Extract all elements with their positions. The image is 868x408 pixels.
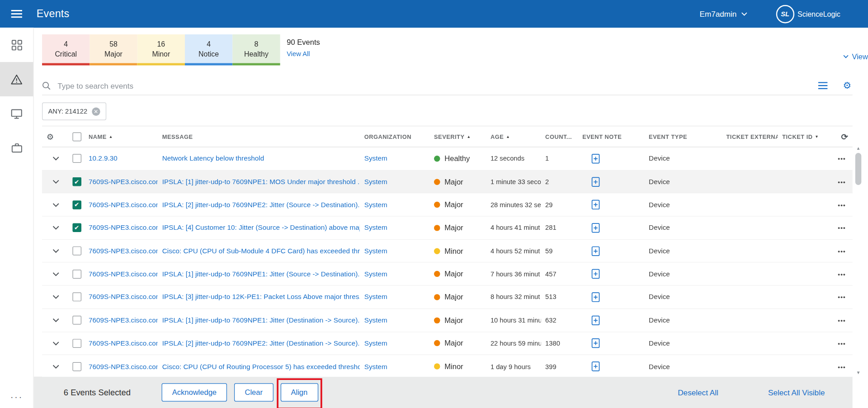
event-note-add-button[interactable] (578, 315, 644, 325)
search-input[interactable] (57, 81, 812, 90)
column-header-event-note[interactable]: EVENT NOTE (578, 133, 644, 140)
column-header-name[interactable]: NAME▲ (84, 133, 158, 140)
organization-link[interactable]: System (360, 201, 429, 209)
sidebar-item-events[interactable] (0, 62, 33, 96)
row-checkbox[interactable] (72, 293, 81, 302)
clear-button[interactable]: Clear (234, 383, 273, 401)
event-message-link[interactable]: IPSLA: [2] jitter-udp-to 7609NPE2: Jitte… (158, 201, 360, 209)
event-name-link[interactable]: 7609S-NPE3.cisco.com (84, 293, 158, 301)
scrollbar-thumb[interactable] (855, 153, 861, 185)
view-all-link[interactable]: View All (287, 50, 320, 57)
event-message-link[interactable]: IPSLA: [2] jitter-udp-to 7609NPE2: Jitte… (158, 339, 360, 347)
row-checkbox[interactable] (72, 316, 81, 325)
event-name-link[interactable]: 7609S-NPE3.cisco.com (84, 224, 158, 232)
organization-link[interactable]: System (360, 155, 429, 162)
row-expand-chevron-icon[interactable] (42, 249, 69, 253)
event-message-link[interactable]: Cisco: CPU (CPU of Sub-Module 4 DFC Card… (158, 247, 360, 255)
row-actions-menu[interactable]: ••• (838, 271, 853, 278)
row-checkbox[interactable] (72, 223, 81, 232)
organization-link[interactable]: System (360, 178, 429, 185)
column-header-count[interactable]: COUNT... (541, 133, 578, 140)
event-note-add-button[interactable] (578, 361, 644, 371)
hamburger-menu-icon[interactable] (0, 9, 33, 19)
event-name-link[interactable]: 7609S-NPE3.cisco.com (84, 247, 158, 255)
select-all-visible-link[interactable]: Select All Visible (768, 388, 825, 397)
row-checkbox[interactable] (72, 247, 81, 256)
organization-link[interactable]: System (360, 316, 429, 324)
severity-card-minor[interactable]: 16 Minor (137, 34, 185, 66)
organization-link[interactable]: System (360, 224, 429, 232)
sidebar-item-dashboards[interactable] (0, 28, 33, 62)
event-name-link[interactable]: 7609S-NPE3.cisco.com (84, 178, 158, 185)
event-message-link[interactable]: IPSLA: [1] jitter-udp-to 7609NPE1: Jitte… (158, 316, 360, 324)
event-note-add-button[interactable] (578, 338, 644, 348)
column-header-severity[interactable]: SEVERITY▲ (429, 133, 486, 140)
row-expand-chevron-icon[interactable] (42, 203, 69, 207)
event-note-add-button[interactable] (578, 292, 644, 302)
sidebar-item-devices[interactable] (0, 96, 33, 131)
column-header-ticket-id[interactable]: TICKET ID▼ (778, 133, 822, 140)
view-list-button[interactable] (818, 82, 827, 89)
column-header-message[interactable]: MESSAGE (158, 133, 360, 140)
event-note-add-button[interactable] (578, 269, 644, 279)
align-button[interactable]: Align (280, 383, 318, 401)
row-actions-menu[interactable]: ••• (838, 224, 853, 231)
event-note-add-button[interactable] (578, 199, 644, 210)
deselect-all-link[interactable]: Deselect All (678, 388, 718, 397)
row-checkbox[interactable] (72, 339, 81, 348)
row-actions-menu[interactable]: ••• (838, 155, 853, 162)
row-actions-menu[interactable]: ••• (838, 294, 853, 301)
row-expand-chevron-icon[interactable] (42, 341, 69, 346)
event-message-link[interactable]: IPSLA: [4] Customer 10: Jitter (Source -… (158, 224, 360, 232)
organization-link[interactable]: System (360, 270, 429, 278)
sidebar-item-business-services[interactable] (0, 131, 33, 165)
organization-link[interactable]: System (360, 247, 429, 255)
row-expand-chevron-icon[interactable] (42, 364, 69, 369)
refresh-button[interactable]: ⟳ (841, 132, 853, 142)
row-checkbox[interactable] (72, 362, 81, 371)
row-expand-chevron-icon[interactable] (42, 272, 69, 276)
column-header-ticket-external-r[interactable]: TICKET EXTERNAL R... (722, 133, 778, 140)
event-note-add-button[interactable] (578, 153, 644, 164)
row-actions-menu[interactable]: ••• (838, 247, 853, 254)
severity-card-major[interactable]: 58 Major (90, 34, 137, 66)
organization-link[interactable]: System (360, 339, 429, 347)
event-name-link[interactable]: 7609S-NPE3.cisco.com (84, 270, 158, 278)
row-expand-chevron-icon[interactable] (42, 157, 69, 161)
settings-button[interactable]: ⚙ (843, 80, 852, 91)
event-message-link[interactable]: Network Latency below threshold (158, 155, 360, 162)
row-expand-chevron-icon[interactable] (42, 226, 69, 230)
row-checkbox[interactable] (72, 177, 81, 186)
scroll-down-arrow-icon[interactable]: ▼ (855, 370, 862, 375)
row-expand-chevron-icon[interactable] (42, 180, 69, 184)
sidebar-more-button[interactable]: ··· (0, 392, 33, 403)
event-message-link[interactable]: IPSLA: [1] jitter-udp-to 7609NPE1: MOS U… (158, 178, 360, 185)
event-message-link[interactable]: Cisco: CPU (CPU of Routing Processor 5) … (158, 362, 360, 370)
event-name-link[interactable]: 7609S-NPE3.cisco.com (84, 339, 158, 347)
row-actions-menu[interactable]: ••• (838, 363, 853, 370)
row-checkbox[interactable] (72, 270, 81, 279)
severity-card-healthy[interactable]: 8 Healthy (232, 34, 280, 66)
acknowledge-button[interactable]: Acknowledge (161, 383, 227, 401)
event-message-link[interactable]: IPSLA: [3] jitter-udp-to 12K-PE1: Packet… (158, 293, 360, 301)
row-actions-menu[interactable]: ••• (838, 201, 853, 208)
row-expand-chevron-icon[interactable] (42, 295, 69, 299)
event-name-link[interactable]: 7609S-NPE3.cisco.com (84, 362, 158, 370)
event-name-link[interactable]: 10.2.9.30 (84, 155, 158, 162)
event-note-add-button[interactable] (578, 246, 644, 256)
event-note-add-button[interactable] (578, 223, 644, 233)
event-name-link[interactable]: 7609S-NPE3.cisco.com (84, 316, 158, 324)
row-actions-menu[interactable]: ••• (838, 317, 853, 324)
severity-card-notice[interactable]: 4 Notice (185, 34, 232, 66)
event-note-add-button[interactable] (578, 176, 644, 187)
event-name-link[interactable]: 7609S-NPE3.cisco.com (84, 201, 158, 209)
column-header-age[interactable]: AGE▲ (486, 133, 541, 140)
select-all-checkbox[interactable] (72, 132, 81, 141)
organization-link[interactable]: System (360, 293, 429, 301)
column-header-event-type[interactable]: EVENT TYPE (644, 133, 722, 140)
remove-filter-icon[interactable]: ✕ (92, 107, 100, 115)
row-checkbox[interactable] (72, 154, 81, 163)
user-menu[interactable]: Em7admin (699, 9, 747, 19)
severity-card-critical[interactable]: 4 Critical (42, 34, 90, 66)
row-actions-menu[interactable]: ••• (838, 340, 853, 347)
